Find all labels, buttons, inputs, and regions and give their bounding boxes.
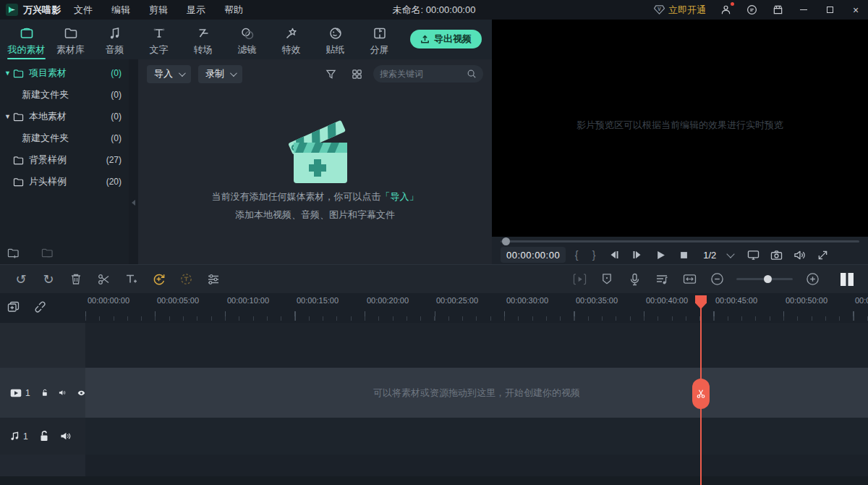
- caret-down-icon[interactable]: ▼: [4, 113, 13, 120]
- panel-layout-button[interactable]: [833, 269, 861, 290]
- keyframe-button[interactable]: [145, 269, 172, 290]
- timeline-empty-area[interactable]: [85, 323, 868, 368]
- previous-frame-button[interactable]: [605, 246, 624, 263]
- tab-stock-media[interactable]: 素材库: [48, 22, 93, 56]
- zoom-in-icon: [806, 272, 820, 286]
- audio-mixer-button[interactable]: [648, 269, 676, 290]
- feedback-button[interactable]: [745, 4, 758, 17]
- sidebar-item-new-folder-2[interactable]: 新建文件夹 (0): [0, 127, 129, 149]
- timeline-empty-area[interactable]: [85, 455, 868, 476]
- marker-button[interactable]: [593, 269, 621, 290]
- speaker-icon: [793, 250, 806, 261]
- sidebar-item-project-media[interactable]: ▼ 项目素材 (0): [0, 62, 129, 84]
- tab-my-media[interactable]: 我的素材: [4, 22, 48, 56]
- fit-timeline-button[interactable]: [676, 269, 703, 290]
- split-button[interactable]: [90, 269, 117, 290]
- zoom-slider-handle[interactable]: [764, 275, 772, 283]
- tab-transitions[interactable]: 转场: [181, 22, 225, 56]
- resource-store-button[interactable]: [771, 4, 784, 17]
- next-frame-button[interactable]: [628, 246, 647, 263]
- timeline-ruler[interactable]: 00:00:00:00 00:00:05:00 00:00:10:00 00:0…: [0, 293, 868, 323]
- gem-icon: V: [654, 5, 665, 14]
- snapshot-button[interactable]: [767, 246, 786, 263]
- view-mode-button[interactable]: [347, 64, 366, 83]
- tab-effects[interactable]: 特效: [269, 22, 313, 56]
- playhead-cut-button[interactable]: [692, 379, 710, 409]
- search-input[interactable]: [380, 69, 462, 79]
- folder-count: (20): [106, 177, 122, 187]
- scrubber-track[interactable]: [501, 240, 859, 242]
- folder-icon: [13, 177, 24, 187]
- track-mute-icon[interactable]: [60, 431, 71, 441]
- sidebar-item-intro-samples[interactable]: 片头样例 (20): [0, 171, 129, 193]
- menu-view[interactable]: 显示: [187, 4, 205, 17]
- maximize-button[interactable]: [823, 4, 836, 17]
- filter-media-button[interactable]: [321, 64, 340, 83]
- tab-text[interactable]: 文字: [137, 22, 181, 56]
- undo-button[interactable]: ↺: [7, 269, 35, 290]
- sidebar-item-local-media[interactable]: ▼ 本地素材 (0): [0, 106, 129, 127]
- folder-count: (0): [111, 90, 122, 100]
- stop-button[interactable]: [674, 246, 693, 263]
- search-icon[interactable]: [467, 69, 477, 79]
- menu-clip[interactable]: 剪辑: [149, 4, 168, 17]
- sidebar-item-new-folder-1[interactable]: 新建文件夹 (0): [0, 84, 129, 106]
- quality-dropdown-icon[interactable]: [727, 250, 735, 258]
- play-button[interactable]: [651, 246, 670, 263]
- import-link[interactable]: 「导入」: [381, 191, 419, 202]
- preview-timecode[interactable]: 00:00:00:00: [501, 247, 566, 263]
- lock-open-icon[interactable]: [42, 387, 48, 398]
- mark-in-button[interactable]: {: [570, 249, 583, 261]
- tab-split-screen[interactable]: 分屏: [357, 22, 401, 56]
- video-track-lane[interactable]: 可以将素材或资源拖动到这里，开始创建你的视频: [85, 368, 868, 418]
- adjust-button[interactable]: [200, 269, 227, 290]
- close-button[interactable]: ×: [849, 4, 862, 17]
- add-folder-button[interactable]: [7, 248, 20, 258]
- motion-tracking-button[interactable]: [172, 269, 200, 290]
- audio-track-lane[interactable]: [85, 418, 868, 455]
- video-track-number: 1: [25, 388, 30, 398]
- app-title: 万兴喵影: [23, 4, 61, 17]
- video-preview-area[interactable]: 影片预览区可以根据当前编辑的效果进行实时预览: [492, 20, 868, 237]
- add-folder-icon: [7, 248, 20, 258]
- minimize-button[interactable]: [797, 4, 810, 17]
- tab-stickers[interactable]: 贴纸: [313, 22, 357, 56]
- account-button[interactable]: [719, 4, 732, 17]
- menu-edit[interactable]: 编辑: [111, 4, 130, 17]
- record-voiceover-button[interactable]: [621, 269, 648, 290]
- redo-button[interactable]: ↻: [35, 269, 62, 290]
- menu-help[interactable]: 帮助: [224, 4, 243, 17]
- volume-button[interactable]: [790, 246, 809, 263]
- fullscreen-button[interactable]: [813, 246, 832, 263]
- caret-down-icon[interactable]: ▼: [4, 69, 13, 77]
- menu-file[interactable]: 文件: [74, 4, 93, 17]
- track-mute-icon[interactable]: [59, 388, 66, 397]
- sidebar-collapse-handle[interactable]: [129, 59, 138, 264]
- upgrade-vip-button[interactable]: V 立即开通: [654, 4, 706, 17]
- search-box[interactable]: [373, 65, 483, 83]
- folder-label: 片头样例: [29, 175, 106, 188]
- add-text-button[interactable]: [117, 269, 145, 290]
- transition-icon: [195, 25, 211, 41]
- zoom-in-button[interactable]: [799, 269, 826, 290]
- record-button[interactable]: 录制: [198, 65, 242, 83]
- track-visibility-icon[interactable]: [77, 389, 85, 397]
- export-video-button[interactable]: 导出视频: [410, 30, 482, 48]
- import-button[interactable]: 导入: [147, 65, 191, 83]
- sidebar-item-background-samples[interactable]: 背景样例 (27): [0, 149, 129, 171]
- account-icon: [720, 4, 731, 15]
- display-device-button[interactable]: [744, 246, 762, 263]
- zoom-out-button[interactable]: [703, 269, 731, 290]
- scrubber-handle[interactable]: [502, 237, 510, 245]
- timeline-zoom-slider[interactable]: [736, 278, 793, 280]
- mark-out-button[interactable]: }: [587, 249, 600, 261]
- delete-button[interactable]: [62, 269, 90, 290]
- tab-filters[interactable]: 滤镜: [225, 22, 269, 56]
- text-icon: [151, 25, 167, 41]
- delete-folder-button[interactable]: [41, 248, 54, 258]
- tab-audio[interactable]: 音频: [93, 22, 137, 56]
- media-folder-sidebar: ▼ 项目素材 (0) 新建文件夹 (0) ▼ 本地素材 (0) 新建文件夹: [0, 59, 129, 264]
- preview-quality-value[interactable]: 1/2: [703, 250, 716, 261]
- render-preview-button[interactable]: [566, 269, 593, 290]
- lock-open-icon[interactable]: [40, 431, 48, 442]
